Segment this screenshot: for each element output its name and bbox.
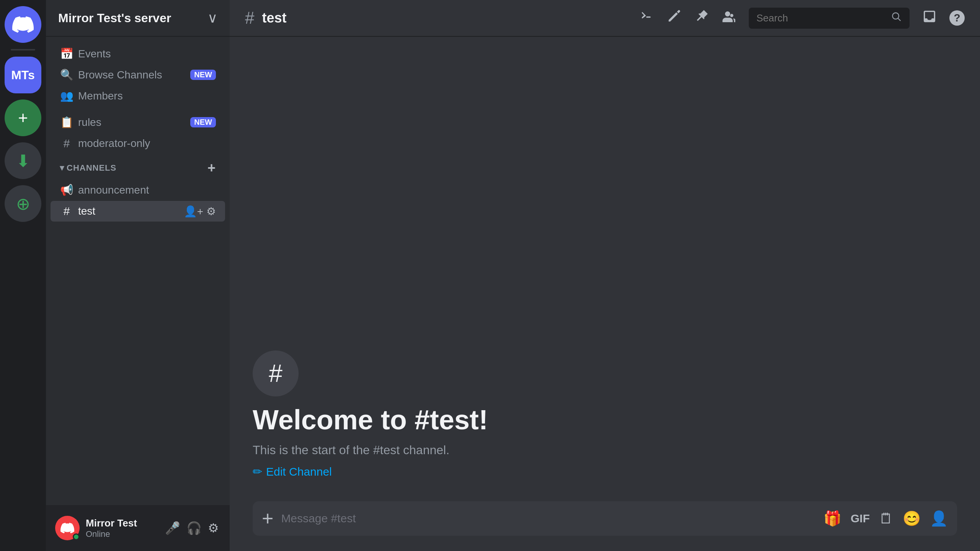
plus-icon: +	[18, 108, 28, 127]
gif-icon[interactable]: GIF	[851, 512, 870, 525]
pin-icon[interactable]	[694, 9, 709, 28]
channels-section: ▾ CHANNELS + 📢 announcement # test 👤+ ⚙	[46, 157, 230, 222]
rules-new-badge: NEW	[190, 117, 216, 127]
add-attachment-button[interactable]: +	[262, 509, 273, 528]
sticker-icon[interactable]: 🗒	[879, 510, 893, 527]
events-icon: 📅	[60, 47, 74, 60]
browse-channels-label: Browse Channels	[78, 69, 162, 81]
add-members-icon[interactable]: 👤+	[184, 205, 203, 218]
edit-icon[interactable]	[666, 9, 681, 28]
channel-sidebar: Mirror Test's server ∨ 📅 Events 🔍 Browse…	[46, 0, 230, 551]
welcome-section: # Welcome to #test! This is the start of…	[253, 350, 957, 501]
user-avatar	[55, 516, 80, 540]
test-hash-icon: #	[60, 205, 74, 218]
announcement-label: announcement	[78, 184, 149, 196]
pencil-icon: ✏	[253, 465, 262, 478]
test-channel-actions: 👤+ ⚙	[184, 205, 216, 218]
channels-section-header[interactable]: ▾ CHANNELS +	[51, 157, 225, 179]
user-panel: Mirror Test Online 🎤 🎧 ⚙	[46, 505, 230, 551]
browse-channels-new-badge: NEW	[190, 70, 216, 80]
welcome-description: This is the start of the #test channel.	[253, 443, 957, 457]
announcement-icon: 📢	[60, 184, 74, 196]
app-sidebar: MTs + ⬇ ⊕	[0, 0, 46, 551]
username: Mirror Test	[86, 517, 157, 529]
user-info: Mirror Test Online	[86, 517, 157, 539]
user-controls: 🎤 🎧 ⚙	[163, 519, 220, 537]
members-list-icon[interactable]	[721, 9, 737, 28]
emoji-icon[interactable]: 😊	[903, 510, 921, 527]
download-button[interactable]: ⬇	[5, 142, 41, 179]
sidebar-item-announcement[interactable]: 📢 announcement	[51, 180, 225, 200]
server-name: Mirror Test's server	[58, 11, 171, 25]
message-input-area: + 🎁 GIF 🗒 😊 👤	[253, 501, 957, 536]
events-label: Events	[78, 48, 111, 60]
search-input[interactable]	[756, 12, 887, 24]
search-icon	[891, 11, 902, 25]
settings-icon[interactable]: ⚙	[206, 205, 216, 218]
sidebar-divider	[11, 49, 35, 51]
help-icon[interactable]: ?	[949, 10, 965, 26]
discord-logo[interactable]	[5, 6, 41, 43]
mute-button[interactable]: 🎤	[163, 519, 182, 537]
welcome-title: Welcome to #test!	[253, 404, 957, 435]
add-channel-button[interactable]: +	[207, 160, 216, 176]
moderator-hash-icon: #	[60, 137, 74, 150]
members-label: Members	[78, 90, 123, 102]
rules-label: rules	[78, 116, 101, 129]
message-input[interactable]	[281, 504, 816, 533]
header-toolbar: ?	[639, 8, 965, 29]
channel-header: # test	[230, 0, 980, 37]
server-chevron-icon: ∨	[207, 10, 217, 26]
sidebar-item-moderator-only[interactable]: # moderator-only	[51, 133, 225, 154]
threads-icon[interactable]	[639, 9, 654, 28]
user-settings-button[interactable]: ⚙	[206, 519, 220, 537]
search-bar[interactable]	[749, 8, 910, 29]
sidebar-item-test[interactable]: # test 👤+ ⚙	[51, 201, 225, 222]
test-label: test	[78, 205, 95, 217]
gift-icon[interactable]: 🎁	[823, 510, 841, 527]
server-icon-active[interactable]: MTs	[5, 57, 41, 93]
channel-header-hash-icon: #	[245, 8, 254, 28]
sidebar-item-browse-channels[interactable]: 🔍 Browse Channels NEW	[51, 65, 225, 85]
sidebar-item-rules[interactable]: 📋 rules NEW	[51, 112, 225, 132]
welcome-hash-symbol: #	[269, 359, 283, 388]
compass-icon: ⊕	[16, 194, 30, 214]
chat-area: # Welcome to #test! This is the start of…	[230, 37, 980, 551]
discover-button[interactable]: ⊕	[5, 185, 41, 222]
download-icon: ⬇	[16, 151, 30, 171]
rules-icon: 📋	[60, 116, 74, 129]
sidebar-item-members[interactable]: 👥 Members	[51, 86, 225, 106]
sidebar-item-events[interactable]: 📅 Events	[51, 44, 225, 64]
message-toolbar: 🎁 GIF 🗒 😊 👤	[823, 510, 948, 527]
main-content: # test	[230, 0, 980, 551]
channel-header-name: test	[262, 10, 286, 26]
user-status: Online	[86, 529, 157, 539]
moderator-only-label: moderator-only	[78, 137, 150, 150]
status-indicator	[73, 533, 80, 540]
server-header[interactable]: Mirror Test's server ∨	[46, 0, 230, 37]
deafen-button[interactable]: 🎧	[185, 519, 203, 537]
add-server-button[interactable]: +	[5, 99, 41, 136]
channels-collapse-icon: ▾	[60, 163, 64, 173]
browse-channels-icon: 🔍	[60, 68, 74, 81]
inbox-icon[interactable]	[922, 9, 937, 28]
edit-channel-link[interactable]: ✏ Edit Channel	[253, 465, 957, 478]
edit-channel-label: Edit Channel	[266, 465, 332, 478]
members-icon: 👥	[60, 90, 74, 102]
welcome-channel-icon: #	[253, 350, 299, 396]
channels-section-label: CHANNELS	[67, 163, 116, 173]
channel-list: 📅 Events 🔍 Browse Channels NEW 👥 Members…	[46, 37, 230, 505]
people-icon[interactable]: 👤	[930, 510, 948, 527]
